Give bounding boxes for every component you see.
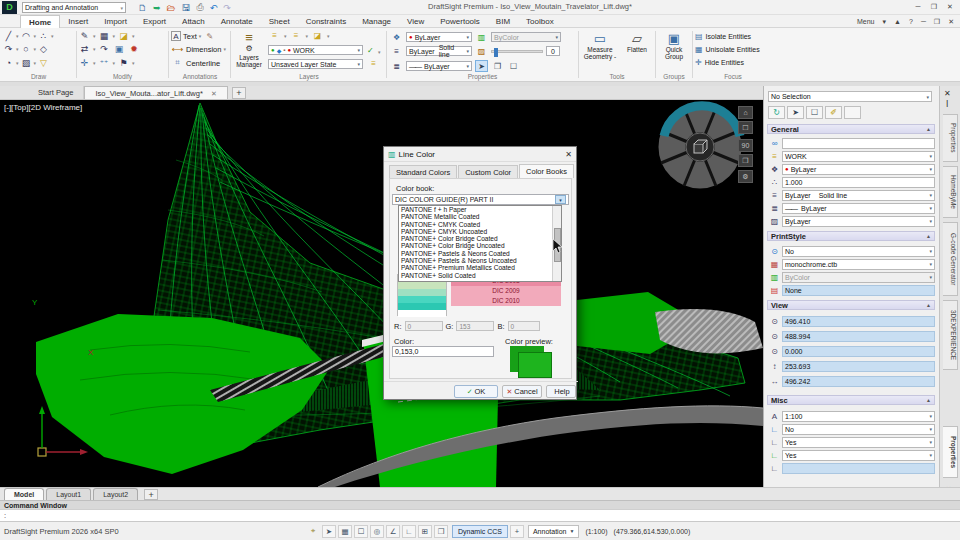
layer-iso-icon[interactable]: ≡ [290, 31, 303, 40]
dimension-button[interactable]: ⟷ Dimension ▾ [171, 42, 229, 56]
section-general[interactable]: General ▲ [767, 124, 935, 134]
tab-import[interactable]: Import [96, 15, 135, 28]
tab-drawing[interactable]: Iso_View_Mouta...ator_Lift.dwg* ✕ [84, 86, 227, 99]
tab-manage[interactable]: Manage [354, 15, 399, 28]
collapse-icon[interactable]: ▲ [926, 397, 931, 403]
pointer-filter-icon[interactable]: ⌖ [306, 525, 320, 538]
printstyle-color-field[interactable]: ByColor▾ [782, 272, 935, 283]
trim-icon[interactable]: ↷ [98, 44, 111, 54]
chevron-down-icon[interactable]: ▾ [93, 60, 96, 66]
close-tab-icon[interactable]: ✕ [211, 90, 217, 97]
dropdown-item[interactable]: PANTONE+ Pastels & Neons Uncoated [399, 257, 552, 264]
polar-toggle-icon[interactable]: ∠ [386, 525, 400, 538]
properties-painter-button[interactable]: ❐ [491, 60, 504, 72]
linescale-field[interactable]: 1.000 [782, 177, 935, 188]
match-properties-button[interactable]: ➤ [475, 60, 488, 72]
add-scale-button[interactable]: + [510, 525, 524, 538]
dropdown-item[interactable]: PANTONE f + h Paper [399, 206, 552, 213]
restore-icon[interactable]: ❐ [926, 1, 942, 13]
tab-insert[interactable]: Insert [60, 15, 96, 28]
lineweight-combo[interactable]: ——ByLayer ▾ [406, 61, 472, 71]
printstyle-value-field[interactable]: None [782, 285, 935, 296]
dropdown-item[interactable]: PANTONE+ Premium Metallics Coated [399, 264, 552, 271]
ellipse-icon[interactable]: ○ [20, 44, 33, 54]
chevron-down-icon[interactable]: ▾ [132, 33, 135, 39]
hyperlink-field[interactable] [782, 138, 935, 149]
nav-rotate90-button[interactable]: 90 [738, 139, 753, 152]
layer-prev-icon[interactable]: ≡ [268, 31, 281, 40]
chevron-down-icon[interactable]: ▾ [132, 60, 135, 66]
tab-constraints[interactable]: Constraints [298, 15, 354, 28]
unisolate-entities-button[interactable]: ▦ Unisolate Entities [695, 43, 771, 56]
chevron-down-icon[interactable]: ▾ [34, 60, 37, 66]
tab-standard-colors[interactable]: Standard Colors [389, 165, 457, 178]
nav-view-button[interactable]: ☐ [738, 121, 753, 134]
lineweight-field[interactable]: ——ByLayer ▾ [782, 203, 935, 214]
text-button[interactable]: A Text ▾ ✎ [171, 28, 229, 42]
palette-help-button[interactable] [844, 106, 861, 119]
dynamic-ccs-button[interactable]: Dynamic CCS [452, 525, 508, 538]
erase-icon[interactable]: ◪ [117, 31, 130, 41]
misc-field-3[interactable]: Yes▾ [782, 450, 935, 461]
chevron-down-icon[interactable]: ▾ [327, 33, 330, 39]
palette-close-icon[interactable]: ✕ [944, 89, 951, 98]
new-sheet-button[interactable]: + [144, 489, 158, 500]
workspace-selector[interactable]: Drafting and Annotation ▾ [22, 2, 126, 13]
section-view[interactable]: View ▲ [767, 300, 935, 310]
doc-restore-icon[interactable]: ❐ [934, 18, 940, 26]
drawing-canvas[interactable]: [-][Top][2D Wireframe] Y X ⌂ ☐ 90 ❐ ⚙ [0, 100, 763, 487]
dropdown-item[interactable]: PANTONE+ Pastels & Neons Coated [399, 250, 552, 257]
dropdown-item[interactable]: PANTONE Metallic Coated [399, 213, 552, 220]
color-book-dropdown[interactable]: PANTONE f + h Paper PANTONE Metallic Coa… [398, 205, 562, 282]
linestyle-combo[interactable]: ByLayerSolid line ▾ [406, 46, 472, 56]
new-file-icon[interactable]: 🗋 [138, 3, 147, 13]
side-tab-properties-active[interactable]: Properties [943, 426, 958, 478]
layer-check-icon[interactable]: ✓ [367, 46, 374, 55]
palette-pin-icon[interactable]: Ⅰ [946, 100, 948, 109]
chevron-down-icon[interactable]: ▾ [113, 60, 116, 66]
chevron-down-icon[interactable]: ▾ [306, 33, 309, 39]
dropdown-item[interactable]: PANTONE+ CMYK Uncoated [399, 228, 552, 235]
view-z-field[interactable]: 0.000 [782, 346, 935, 357]
color-input[interactable]: 0,153,0 [392, 346, 494, 357]
section-printstyle[interactable]: PrintStyle ▲ [767, 231, 935, 241]
hide-entities-button[interactable]: ✛ Hide Entities [695, 56, 771, 69]
explode-icon[interactable]: ✹ [128, 44, 141, 54]
transparency-field[interactable]: ByLayer▾ [782, 216, 935, 227]
command-window-header[interactable]: Command Window [0, 500, 960, 509]
help-icon[interactable]: ? [909, 18, 913, 25]
point-icon[interactable]: ∴ [37, 31, 50, 41]
arc-icon[interactable]: ◠ [20, 31, 33, 41]
quick-select-button[interactable]: ✐ [825, 106, 842, 119]
dialog-close-icon[interactable]: ✕ [565, 150, 572, 159]
linecolor-combo[interactable]: ●ByLayer ▾ [406, 32, 472, 42]
tab-export[interactable]: Export [135, 15, 174, 28]
chevron-down-icon[interactable]: ▾ [16, 33, 19, 39]
stretch-icon[interactable]: ⇄ [78, 44, 91, 54]
dropdown-item[interactable]: PANTONE+ Solid Coated [399, 272, 552, 279]
view-width-field[interactable]: 496.242 [782, 376, 935, 387]
side-tab-properties[interactable]: Properties [943, 114, 958, 162]
nav-home-button[interactable]: ⌂ [738, 106, 753, 119]
chevron-down-icon[interactable]: ▾ [378, 49, 381, 55]
chevron-down-icon[interactable]: ▾ [93, 46, 96, 52]
hatch-icon[interactable]: ▨ [20, 58, 33, 68]
tab-layout1[interactable]: Layout1 [46, 488, 91, 500]
ok-button[interactable]: ✓ OK [454, 385, 498, 398]
dialog-title-bar[interactable]: ▥ Line Color ✕ [384, 147, 576, 162]
selection-cursor-icon[interactable]: ➤ [322, 525, 336, 538]
active-layer-combo[interactable]: ● ◆ ▪ ● WORK ▾ [268, 45, 363, 55]
undo-icon[interactable]: ↶ [210, 3, 218, 13]
color-book-combo[interactable]: DIC COLOR GUIDE(R) PART II ▾ [392, 194, 569, 205]
minimize-icon[interactable]: ─ [910, 1, 926, 13]
tab-color-books[interactable]: Color Books [519, 164, 574, 178]
cancel-button[interactable]: ✕ Cancel [502, 385, 542, 398]
pattern-icon[interactable]: ▦ [98, 31, 111, 41]
doc-close-icon[interactable]: ✕ [948, 18, 954, 26]
view-y-field[interactable]: 488.994 [782, 331, 935, 342]
chevron-down-icon[interactable]: ▾ [16, 46, 19, 52]
open-file-icon[interactable]: ➥ [153, 3, 161, 13]
line-icon[interactable]: ╱ [2, 31, 15, 41]
isolate-entities-button[interactable]: ▤ Isolate Entities [695, 30, 771, 43]
color-row[interactable]: DIC 2010 [451, 296, 561, 306]
